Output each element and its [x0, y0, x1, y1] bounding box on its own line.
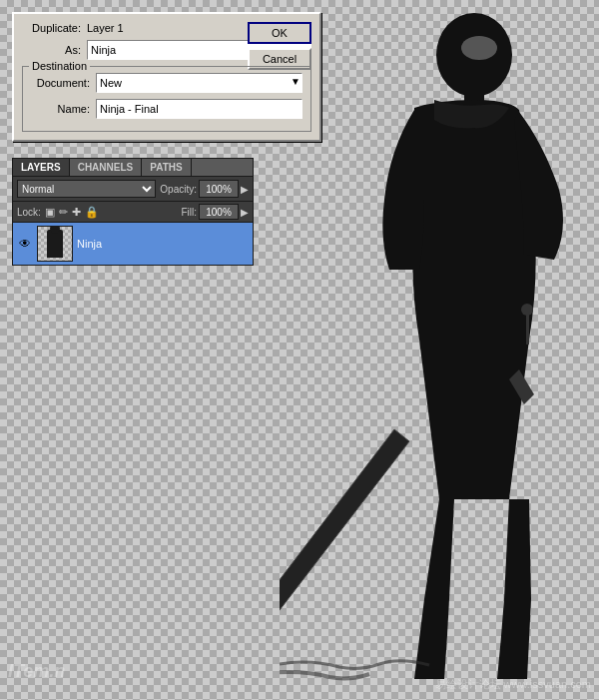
layers-tabs: LAYERS CHANNELS PATHS — [13, 159, 253, 177]
destination-group: Destination Document: New Current Docume… — [22, 66, 311, 132]
lock-position-icon[interactable]: ✚ — [72, 206, 81, 219]
layers-panel: LAYERS CHANNELS PATHS Normal Opacity: ▶ … — [12, 158, 254, 266]
fill-input[interactable] — [199, 204, 239, 220]
as-label: As: — [22, 44, 87, 56]
duplicate-label: Duplicate: — [22, 22, 87, 34]
svg-point-2 — [461, 36, 497, 60]
document-select-wrapper: New Current Document ▼ — [96, 73, 302, 93]
document-row: Document: New Current Document ▼ — [31, 73, 302, 93]
tab-paths[interactable]: PATHS — [142, 159, 191, 176]
blend-mode-select[interactable]: Normal — [17, 180, 156, 198]
document-label: Document: — [31, 77, 96, 89]
svg-rect-4 — [526, 310, 529, 345]
name-label: Name: — [31, 103, 96, 115]
tab-layers[interactable]: LAYERS — [13, 159, 70, 176]
lock-image-icon[interactable]: ✏ — [59, 206, 68, 219]
lock-pixels-icon[interactable]: ▣ — [45, 206, 55, 219]
opacity-control: Opacity: ▶ — [160, 180, 249, 198]
eye-icon: 👁 — [19, 237, 31, 251]
duplicate-layer-dialog: OK Cancel Duplicate: Layer 1 As: Destina… — [12, 12, 321, 142]
watermark-1: ITem.n — [8, 661, 65, 682]
opacity-label: Opacity: — [160, 184, 197, 195]
lock-row: Lock: ▣ ✏ ✚ 🔒 Fill: ▶ — [13, 202, 253, 223]
layers-controls: Normal Opacity: ▶ — [13, 177, 253, 202]
layer-row[interactable]: 👁 Ninja — [13, 223, 253, 265]
watermark-2: 易绘设计论坛 www.issvuan.com — [435, 677, 591, 692]
fill-label: Fill: — [181, 207, 197, 218]
destination-legend: Destination — [29, 60, 90, 72]
lock-label: Lock: — [17, 207, 41, 218]
layer-thumbnail — [37, 226, 73, 262]
tab-channels[interactable]: CHANNELS — [70, 159, 143, 176]
opacity-input[interactable] — [199, 180, 239, 198]
document-select[interactable]: New Current Document — [96, 73, 302, 93]
fill-arrow-icon[interactable]: ▶ — [241, 207, 249, 218]
opacity-arrow-icon[interactable]: ▶ — [241, 184, 249, 195]
ok-button[interactable]: OK — [248, 22, 311, 44]
layer-name: Ninja — [77, 238, 249, 250]
dialog-buttons: OK Cancel — [248, 22, 311, 70]
layer-visibility-toggle[interactable]: 👁 — [17, 236, 33, 252]
name-row: Name: — [31, 99, 302, 119]
layer-thumb-figure — [47, 230, 63, 258]
name-input[interactable] — [96, 99, 302, 119]
layer-thumb-inner — [38, 227, 72, 261]
lock-all-icon[interactable]: 🔒 — [85, 206, 99, 219]
fill-control: Fill: ▶ — [181, 204, 249, 220]
